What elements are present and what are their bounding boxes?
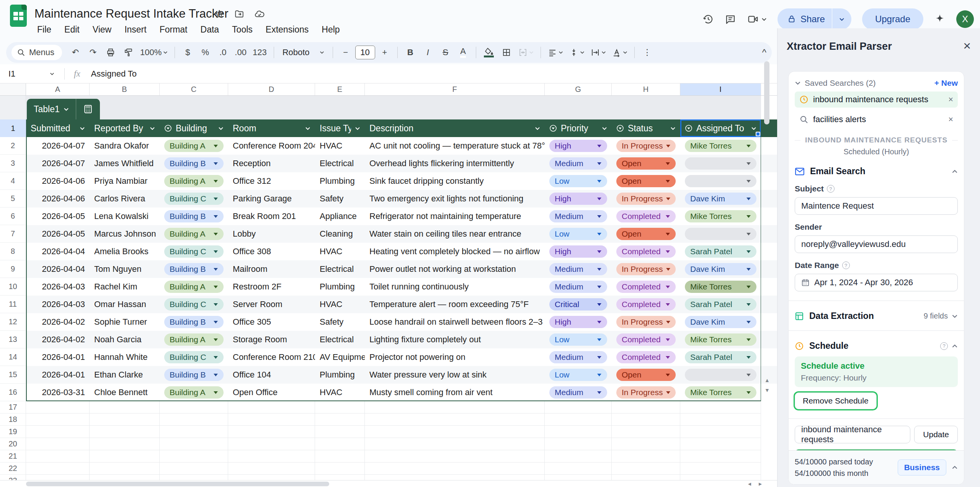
empty-cell[interactable] — [26, 401, 90, 413]
sidebar-close-icon[interactable]: × — [963, 39, 971, 52]
column-menu-icon[interactable] — [80, 127, 85, 130]
cell[interactable]: HVAC — [315, 137, 365, 155]
cell[interactable]: Low — [545, 331, 612, 348]
cell[interactable]: High — [545, 190, 612, 208]
chip-building-b[interactable]: Building B — [164, 369, 224, 381]
increase-font-size-button[interactable]: + — [377, 45, 393, 60]
cell[interactable]: Safety — [315, 190, 365, 208]
empty-cell[interactable] — [545, 475, 612, 480]
cell[interactable]: Lighting fixture completely out — [365, 331, 545, 348]
empty-cell[interactable] — [160, 475, 228, 480]
table-tools-icon[interactable] — [76, 99, 100, 119]
schedule-section[interactable]: Schedule ? — [795, 341, 958, 351]
cell[interactable]: Projector not powering on — [365, 348, 545, 366]
empty-cell[interactable] — [612, 426, 680, 438]
sheets-logo-icon[interactable] — [10, 5, 27, 27]
more-formats-button[interactable]: 123 — [250, 45, 269, 60]
name-box[interactable]: I1 — [0, 69, 50, 79]
chip-empty[interactable] — [685, 369, 756, 381]
chip-building-b[interactable]: Building B — [164, 210, 224, 222]
empty-cell[interactable] — [228, 475, 315, 480]
column-menu-icon[interactable] — [602, 127, 607, 130]
fill-handle[interactable] — [756, 132, 760, 136]
cell[interactable]: Building A — [160, 384, 228, 401]
empty-cell[interactable] — [315, 475, 365, 480]
row-header-15[interactable]: 15 — [0, 366, 26, 384]
chip-building-c[interactable]: Building C — [164, 245, 224, 258]
cell[interactable]: Mailroom — [228, 260, 315, 278]
upgrade-button[interactable]: Upgrade — [862, 8, 923, 30]
subject-input[interactable]: Maintence Request — [795, 197, 958, 215]
cell[interactable]: 2026-04-01 — [26, 366, 90, 384]
cell[interactable]: Power outlet not working at workstation — [365, 260, 545, 278]
empty-cell[interactable] — [228, 438, 315, 450]
empty-cell[interactable] — [26, 475, 90, 480]
table-column-status[interactable]: Status — [612, 119, 680, 137]
table-column-room[interactable]: Room — [228, 119, 315, 137]
chip-in-progress[interactable]: In Progress — [616, 386, 676, 399]
horizontal-scrollbar[interactable] — [26, 482, 329, 486]
column-menu-icon[interactable] — [355, 127, 360, 130]
cell[interactable]: Storage Room — [228, 331, 315, 348]
empty-cell[interactable] — [545, 438, 612, 450]
horizontal-scroll-arrows[interactable]: ◂▸ — [748, 480, 762, 487]
chip-completed[interactable]: Completed — [616, 351, 676, 363]
decrease-decimal-button[interactable]: .0 — [215, 45, 231, 60]
cell[interactable]: Medium — [545, 348, 612, 366]
cell[interactable]: Building C — [160, 190, 228, 208]
cell[interactable]: Safety — [315, 313, 365, 331]
cell[interactable]: Rachel Kim — [90, 278, 160, 296]
chip-building-a[interactable]: Building A — [164, 281, 224, 293]
saved-searches-chevron-icon[interactable] — [795, 81, 801, 85]
chip-in-progress[interactable]: In Progress — [616, 263, 676, 275]
chip-building-a[interactable]: Building A — [164, 228, 224, 240]
row-header-14[interactable]: 14 — [0, 348, 26, 366]
empty-cell[interactable] — [228, 401, 315, 413]
collapse-toolbar-icon[interactable]: ^ — [762, 47, 766, 58]
chip-medium[interactable]: Medium — [549, 263, 607, 275]
cell[interactable]: Dave Kim — [680, 260, 761, 278]
font-family-select[interactable]: Roboto — [279, 47, 328, 57]
cell[interactable]: Electrical — [315, 155, 365, 172]
cell[interactable] — [680, 366, 761, 384]
chip-mike-torres[interactable]: Mike Torres — [685, 210, 756, 222]
chip-building-a[interactable]: Building A — [164, 333, 224, 346]
chip-building-c[interactable]: Building C — [164, 298, 224, 311]
empty-cell[interactable] — [315, 462, 365, 475]
cell[interactable]: Sophie Turner — [90, 313, 160, 331]
cell[interactable]: Plumbing — [315, 366, 365, 384]
empty-cell[interactable] — [365, 413, 545, 426]
empty-cell[interactable] — [228, 462, 315, 475]
menu-help[interactable]: Help — [317, 21, 345, 38]
cell[interactable]: Medium — [545, 384, 612, 401]
cell[interactable]: Building B — [160, 366, 228, 384]
bold-button[interactable]: B — [402, 45, 418, 60]
cell[interactable]: Open — [612, 155, 680, 172]
cell[interactable]: Office 312 — [228, 172, 315, 190]
cell[interactable]: Sarah Patel — [680, 348, 761, 366]
chip-completed[interactable]: Completed — [616, 245, 676, 258]
empty-cell[interactable] — [365, 438, 545, 450]
cell[interactable]: Temperature alert — room exceeding 75°F — [365, 296, 545, 313]
cell[interactable]: Building B — [160, 155, 228, 172]
empty-cell[interactable] — [315, 413, 365, 426]
empty-cell[interactable] — [365, 475, 545, 480]
empty-cell[interactable] — [315, 401, 365, 413]
row-header-6[interactable]: 6 — [0, 208, 26, 225]
chip-in-progress[interactable]: In Progress — [616, 140, 676, 152]
row-header-11[interactable]: 11 — [0, 296, 26, 313]
chip-high[interactable]: High — [549, 245, 607, 258]
cell[interactable]: 2026-03-31 — [26, 384, 90, 401]
column-menu-icon[interactable] — [535, 127, 540, 130]
row-header-5[interactable]: 5 — [0, 190, 26, 208]
cell[interactable]: Appliance — [315, 208, 365, 225]
date-range-help-icon[interactable]: ? — [842, 261, 850, 269]
gemini-sparkle-icon[interactable] — [934, 13, 946, 25]
cell[interactable]: 2026-04-05 — [26, 225, 90, 243]
row-header-23[interactable]: 23 — [0, 475, 26, 480]
chip-completed[interactable]: Completed — [616, 298, 676, 311]
comments-icon[interactable] — [725, 13, 736, 25]
date-range-input[interactable]: Apr 1, 2024 - Apr 30, 2026 — [795, 274, 958, 291]
chip-medium[interactable]: Medium — [549, 210, 607, 222]
formula-input[interactable]: Assigned To — [91, 69, 137, 79]
